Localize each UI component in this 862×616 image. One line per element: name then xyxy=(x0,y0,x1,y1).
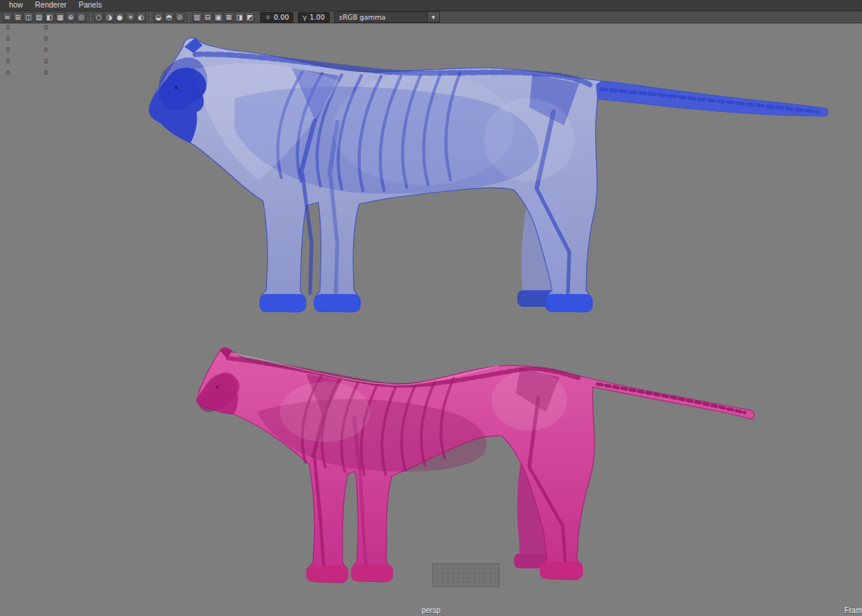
motion-blur-icon[interactable]: ◓ xyxy=(164,12,174,22)
cheetah-tail-vertebrae xyxy=(597,384,745,413)
cheetah-xray-model[interactable] xyxy=(197,348,754,583)
menu-show[interactable]: how xyxy=(9,0,23,11)
view-transform-dropdown[interactable]: sRGB gamma ▼ xyxy=(334,11,440,23)
hud-value: 0 xyxy=(44,45,48,56)
wireframe-mode-icon[interactable]: ○ xyxy=(94,12,104,22)
hud-value: 0 xyxy=(6,33,10,45)
exposure-icon: ☼ xyxy=(265,14,271,21)
cheetah-body xyxy=(197,348,754,583)
isolate-select-icon[interactable]: ⊟ xyxy=(203,12,212,22)
menu-panels[interactable]: Panels xyxy=(79,0,102,11)
lion-xray-model[interactable] xyxy=(149,38,828,312)
use-all-lights-icon[interactable]: ☀ xyxy=(126,12,135,22)
grease-pencil-icon[interactable]: ◎ xyxy=(76,12,86,22)
gamma-icon: γ xyxy=(302,14,306,21)
hud-value: 0 xyxy=(6,22,10,33)
hud-value: 0 xyxy=(44,67,48,79)
hud-value: 0 xyxy=(44,56,48,67)
bookmarks-icon[interactable]: ◧ xyxy=(45,12,54,22)
dropdown-arrow-icon: ▼ xyxy=(427,12,439,22)
gate-mask-icon[interactable]: ⊠ xyxy=(224,12,234,22)
viewport-canvas xyxy=(0,0,862,616)
screen-space-ao-icon[interactable]: ◒ xyxy=(153,12,163,22)
hud-value: 0 xyxy=(6,45,10,56)
anti-aliasing-icon[interactable]: ⊘ xyxy=(175,12,184,22)
ground-grid-plane[interactable] xyxy=(433,564,499,587)
select-camera-icon[interactable]: ⊞ xyxy=(13,12,23,22)
cheetah-shoulder-highlight xyxy=(280,382,371,442)
hud-value: 0 xyxy=(6,56,10,67)
gamma-field[interactable]: γ 1.00 xyxy=(298,12,329,23)
shadows-icon[interactable]: ◐ xyxy=(136,12,146,22)
exposure-field[interactable]: ☼ 0.00 xyxy=(260,12,293,23)
panel-menu-icon[interactable]: ≡ xyxy=(2,12,12,22)
resolution-gate-icon[interactable]: ▣ xyxy=(213,12,223,22)
two-d-pan-zoom-icon[interactable]: ⊕ xyxy=(66,12,76,22)
hud-left-column: 0 0 0 0 0 xyxy=(6,22,10,79)
hud-value: 0 xyxy=(44,22,48,33)
toolbar-separator xyxy=(90,13,91,21)
camera-attributes-icon[interactable]: ▤ xyxy=(34,12,44,22)
panel-menubar: how Renderer Panels xyxy=(0,0,862,11)
gamma-value: 1.00 xyxy=(309,14,324,21)
menu-renderer[interactable]: Renderer xyxy=(35,0,67,11)
viewport-toolbar: ≡ ⊞ ◫ ▤ ◧ ▦ ⊕ ◎ ○ ◑ ● ☀ ◐ ◒ ◓ ⊘ ▥ ⊟ ▣ ⊠ … xyxy=(0,11,862,23)
frame-hud-label: Fram xyxy=(845,606,862,614)
xray-mode-icon[interactable]: ▥ xyxy=(192,12,202,22)
lock-camera-icon[interactable]: ◫ xyxy=(23,12,33,22)
lion-haunch-highlight xyxy=(484,98,575,181)
toolbar-separator xyxy=(188,13,189,21)
cheetah-haunch-highlight xyxy=(491,370,567,431)
view-transform-value: sRGB gamma xyxy=(340,14,386,21)
hud-value: 0 xyxy=(44,33,48,45)
toolbar-separator xyxy=(150,13,150,21)
hud-value: 0 xyxy=(6,67,10,79)
shaded-mode-icon[interactable]: ◑ xyxy=(104,12,114,22)
hud-right-column: 0 0 0 0 0 xyxy=(44,22,48,79)
image-plane-icon[interactable]: ▦ xyxy=(55,12,65,22)
lion-eye xyxy=(175,86,178,89)
camera-name-label: persp xyxy=(0,606,862,614)
textured-mode-icon[interactable]: ● xyxy=(115,12,125,22)
field-chart-icon[interactable]: ◨ xyxy=(234,12,244,22)
cheetah-eye xyxy=(216,385,219,388)
hud-toggle-icon[interactable]: ◩ xyxy=(245,12,255,22)
viewport[interactable]: 0 0 0 0 0 0 0 0 0 0 persp Fram xyxy=(0,0,862,616)
exposure-value: 0.00 xyxy=(274,14,289,21)
